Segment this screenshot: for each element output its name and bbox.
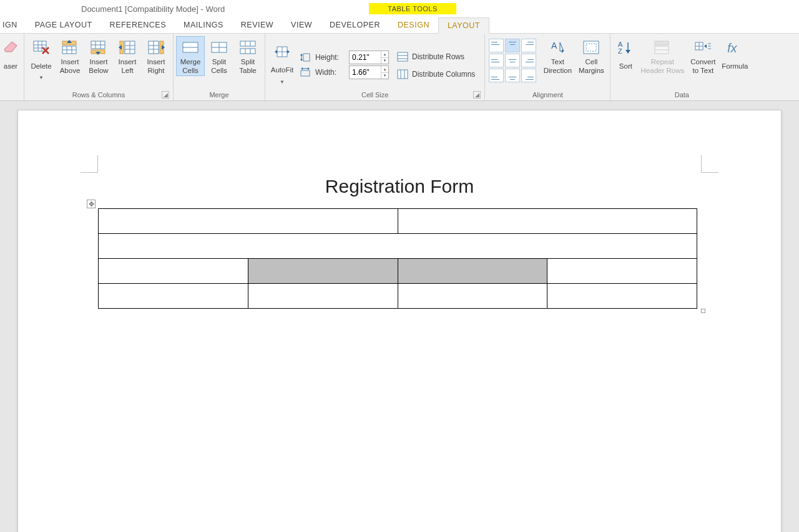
sort-icon: AZ [615,39,635,56]
cell-margins-icon [581,39,601,56]
svg-marker-0 [4,42,17,52]
svg-marker-76 [704,44,707,48]
contextual-tab-group: TABLE TOOLS [369,3,456,14]
table-row [99,259,697,284]
tab-page-layout[interactable]: PAGE LAYOUT [26,17,101,33]
table-cell[interactable] [99,209,398,234]
group-label-merge: Merge [176,90,262,100]
align-bottom-center[interactable] [505,69,520,82]
tab-view[interactable]: VIEW [282,17,321,33]
row-height-icon [299,52,311,62]
table-row [99,234,697,259]
tab-table-layout[interactable]: LAYOUT [438,17,489,34]
align-top-center[interactable] [505,39,520,52]
svg-rect-58 [398,70,408,79]
eraser-icon [1,39,21,56]
insert-above-button[interactable]: Insert Above [56,36,84,76]
alignment-grid [488,36,540,82]
align-middle-left[interactable] [489,54,504,67]
align-bottom-left[interactable] [489,69,504,82]
dropdown-caret-icon: ▼ [39,75,44,81]
spin-up-icon[interactable]: ▲ [381,66,388,73]
ribbon: aser Delete ▼ Insert Above [0,34,799,101]
text-direction-icon: A [547,39,567,56]
text-direction-button[interactable]: A Text Direction [540,36,575,76]
width-label: Width: [315,68,345,77]
align-top-right[interactable] [521,39,536,52]
table-resize-handle[interactable] [701,309,705,313]
spin-up-icon[interactable]: ▲ [381,51,388,58]
spin-down-icon[interactable]: ▼ [381,58,388,64]
tab-mailings[interactable]: MAILINGS [175,17,232,33]
table-row [99,284,697,309]
table-cell[interactable] [398,209,697,234]
table-cell[interactable] [99,234,697,259]
col-width-icon [299,67,311,77]
tab-review[interactable]: REVIEW [232,17,282,33]
title-bar: Document1 [Compatibility Mode] - Word TA… [0,0,799,17]
tab-references[interactable]: REFERENCES [101,17,175,33]
formula-icon: fx [725,39,745,56]
formula-button[interactable]: fx Formula [719,36,750,75]
sort-button[interactable]: AZ Sort [613,36,638,75]
align-middle-center[interactable] [505,54,520,67]
height-label: Height: [315,53,345,62]
table-cell[interactable] [99,284,248,309]
svg-marker-45 [275,50,277,54]
table-row [99,209,697,234]
align-middle-right[interactable] [521,54,536,67]
align-bottom-right[interactable] [521,69,536,82]
svg-rect-36 [240,41,255,46]
page: Registration Form ✥ [17,110,782,532]
distribute-rows-button[interactable]: Distribute Rows [394,50,478,64]
tab-design-partial[interactable]: IGN [0,17,26,33]
split-table-icon [238,39,258,56]
table-cell-selected[interactable] [248,259,398,284]
table-move-handle[interactable]: ✥ [87,200,96,208]
insert-right-button[interactable]: Insert Right [142,36,170,76]
svg-rect-70 [655,41,669,45]
insert-below-button[interactable]: Insert Below [84,36,113,76]
tab-developer[interactable]: DEVELOPER [321,17,389,33]
split-table-button[interactable]: Split Table [233,36,262,76]
convert-to-text-button[interactable]: Convert to Text [687,36,719,76]
group-label-alignment: Alignment [488,90,607,100]
split-cells-icon [209,39,229,56]
dialog-launcher-icon[interactable]: ◢ [473,91,481,99]
document-area[interactable]: Registration Form ✥ [0,101,799,532]
cell-margins-button[interactable]: Cell Margins [575,36,607,76]
distribute-rows-icon [397,52,408,62]
document-heading[interactable]: Registration Form [98,176,701,197]
table-cell[interactable] [248,284,398,309]
align-top-left[interactable] [489,39,504,52]
svg-marker-69 [625,50,630,54]
autofit-icon [272,43,292,60]
margin-corner-icon [701,155,718,173]
table-cell[interactable] [99,259,248,284]
distribute-columns-icon [397,69,408,79]
dialog-launcher-icon[interactable]: ◢ [162,91,169,99]
insert-left-button[interactable]: Insert Left [113,36,142,76]
svg-rect-47 [303,54,310,61]
merge-cells-icon [180,39,200,56]
table-cell-selected[interactable] [398,259,547,284]
dropdown-caret-icon: ▼ [280,79,285,85]
document-table[interactable] [98,208,697,309]
merge-cells-button[interactable]: Merge Cells [176,36,205,76]
spin-down-icon[interactable]: ▼ [381,73,388,79]
repeat-header-icon [652,39,672,56]
table-cell[interactable] [547,259,697,284]
document-title: Document1 [Compatibility Mode] - Word [81,4,225,14]
eraser-button[interactable]: aser [0,36,21,75]
delete-button[interactable]: Delete ▼ [27,36,56,82]
table-cell[interactable] [547,284,697,309]
group-label-data: Data [613,90,750,100]
ribbon-tabs: IGN PAGE LAYOUT REFERENCES MAILINGS REVI… [0,17,799,34]
tab-table-design[interactable]: DESIGN [389,17,438,33]
distribute-columns-button[interactable]: Distribute Columns [394,67,478,81]
autofit-button[interactable]: AutoFit ▼ [268,41,297,86]
repeat-header-rows-button: Repeat Header Rows [638,36,687,76]
split-cells-button[interactable]: Split Cells [205,36,233,76]
convert-to-text-icon [693,39,713,56]
table-cell[interactable] [398,284,547,309]
